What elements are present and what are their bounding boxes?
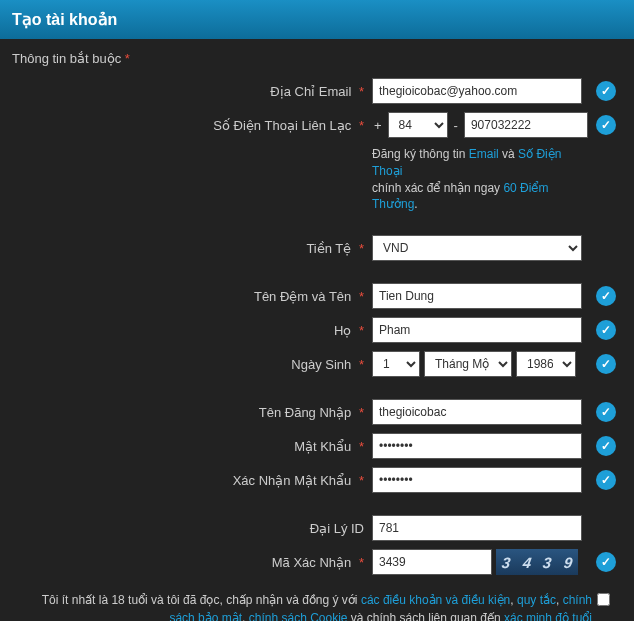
- dash-symbol: -: [452, 118, 460, 133]
- page-header: Tạo tài khoản: [0, 0, 634, 39]
- captcha-image: 3439: [496, 549, 578, 575]
- required-info-label: Thông tin bắt buộc *: [12, 51, 622, 66]
- check-icon: ✓: [596, 552, 616, 572]
- dob-day-select[interactable]: 1: [372, 351, 420, 377]
- firstname-field[interactable]: [372, 283, 582, 309]
- terms-checkbox[interactable]: [597, 593, 610, 606]
- registration-info-text: Đăng ký thông tin Email và Số Điện Thoại…: [372, 146, 582, 213]
- form-container: Thông tin bắt buộc * Địa Chỉ Email * ✓ S…: [0, 39, 634, 621]
- row-email: Địa Chỉ Email * ✓: [12, 78, 622, 104]
- row-info: Đăng ký thông tin Email và Số Điện Thoại…: [12, 146, 622, 213]
- row-dob: Ngày Sinh * 1 Tháng Một 1986 ✓: [12, 351, 622, 377]
- rules-link[interactable]: quy tắc: [517, 593, 556, 607]
- email-info-link[interactable]: Email: [469, 147, 499, 161]
- username-field[interactable]: [372, 399, 582, 425]
- terms-text: Tôi ít nhất là 18 tuổi và tôi đã đọc, ch…: [12, 583, 622, 621]
- row-firstname: Tên Đệm và Tên * ✓: [12, 283, 622, 309]
- row-username: Tên Đăng Nhập * ✓: [12, 399, 622, 425]
- row-captcha: Mã Xác Nhận * 3439 ✓: [12, 549, 622, 575]
- check-icon: ✓: [596, 436, 616, 456]
- check-icon: ✓: [596, 115, 616, 135]
- row-agent-id: Đại Lý ID: [12, 515, 622, 541]
- dob-year-select[interactable]: 1986: [516, 351, 576, 377]
- label-currency: Tiền Tệ *: [12, 241, 372, 256]
- label-phone: Số Điện Thoại Liên Lạc *: [12, 118, 372, 133]
- label-dob: Ngày Sinh *: [12, 357, 372, 372]
- cookie-link[interactable]: chính sách Cookie: [249, 611, 348, 621]
- phone-field[interactable]: [464, 112, 588, 138]
- check-icon: ✓: [596, 354, 616, 374]
- row-currency: Tiền Tệ * VND: [12, 235, 622, 261]
- confirm-password-field[interactable]: [372, 467, 582, 493]
- check-icon: ✓: [596, 402, 616, 422]
- plus-symbol: +: [372, 118, 384, 133]
- label-agent-id: Đại Lý ID: [12, 521, 372, 536]
- age-verify-link[interactable]: xác minh độ tuổi: [504, 611, 592, 621]
- label-firstname: Tên Đệm và Tên *: [12, 289, 372, 304]
- label-confirm-password: Xác Nhận Mật Khẩu *: [12, 473, 372, 488]
- label-username: Tên Đăng Nhập *: [12, 405, 372, 420]
- row-confirm-password: Xác Nhận Mật Khẩu * ✓: [12, 467, 622, 493]
- check-icon: ✓: [596, 320, 616, 340]
- page-title: Tạo tài khoản: [12, 10, 622, 29]
- terms-link[interactable]: các điều khoản và điều kiện: [361, 593, 510, 607]
- agent-id-field[interactable]: [372, 515, 582, 541]
- label-password: Mật Khẩu *: [12, 439, 372, 454]
- check-icon: ✓: [596, 470, 616, 490]
- captcha-field[interactable]: [372, 549, 492, 575]
- label-lastname: Họ *: [12, 323, 372, 338]
- check-icon: ✓: [596, 286, 616, 306]
- country-code-select[interactable]: 84: [388, 112, 448, 138]
- row-phone: Số Điện Thoại Liên Lạc * + 84 - ✓: [12, 112, 622, 138]
- label-captcha: Mã Xác Nhận *: [12, 555, 372, 570]
- password-field[interactable]: [372, 433, 582, 459]
- row-lastname: Họ * ✓: [12, 317, 622, 343]
- row-password: Mật Khẩu * ✓: [12, 433, 622, 459]
- label-email: Địa Chỉ Email *: [12, 84, 372, 99]
- dob-month-select[interactable]: Tháng Một: [424, 351, 512, 377]
- check-icon: ✓: [596, 81, 616, 101]
- currency-select[interactable]: VND: [372, 235, 582, 261]
- lastname-field[interactable]: [372, 317, 582, 343]
- email-field[interactable]: [372, 78, 582, 104]
